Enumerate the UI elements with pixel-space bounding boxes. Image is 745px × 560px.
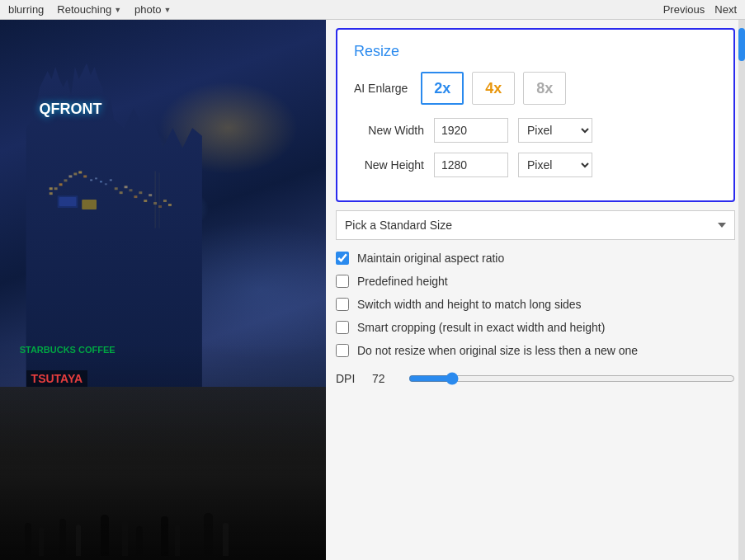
- city-photo: QFRONT TSUTAYA STARBUCKS COFFEE: [0, 20, 326, 560]
- svg-rect-28: [82, 200, 97, 209]
- svg-rect-18: [124, 186, 127, 188]
- svg-rect-19: [129, 189, 132, 191]
- enlarge-8x-button[interactable]: 8x: [523, 72, 566, 105]
- person: [204, 513, 213, 556]
- no-resize-row: Do not resize when original size is less…: [336, 344, 735, 357]
- svg-rect-7: [78, 171, 82, 173]
- smart-crop-checkbox[interactable]: [336, 321, 349, 334]
- svg-rect-13: [109, 179, 111, 181]
- resize-box: Resize AI Enlarge 2x 4x 8x New Width Pix…: [336, 28, 735, 202]
- svg-rect-25: [158, 205, 162, 207]
- svg-rect-11: [99, 181, 101, 182]
- person: [76, 525, 81, 556]
- person: [39, 527, 44, 556]
- aspect-ratio-checkbox[interactable]: [336, 252, 349, 265]
- dpi-slider-wrap: [408, 370, 735, 387]
- photo-dropdown[interactable]: photo: [134, 3, 171, 16]
- aspect-ratio-row: Maintain original aspect ratio: [336, 252, 735, 265]
- height-label: New Height: [354, 158, 424, 172]
- main-content: QFRONT TSUTAYA STARBUCKS COFFEE Resize A…: [0, 20, 745, 560]
- svg-rect-2: [49, 192, 52, 195]
- no-resize-label: Do not resize when original size is less…: [357, 344, 638, 357]
- standard-size-select[interactable]: Pick a Standard Size: [336, 210, 735, 240]
- window-lights: [33, 74, 196, 398]
- person: [161, 516, 168, 556]
- svg-rect-10: [95, 177, 97, 179]
- svg-rect-15: [59, 197, 76, 206]
- person: [59, 519, 66, 556]
- blurring-label[interactable]: blurring: [8, 3, 44, 16]
- enlarge-4x-button[interactable]: 4x: [472, 72, 515, 105]
- svg-rect-26: [163, 200, 167, 202]
- svg-rect-9: [90, 179, 92, 181]
- height-unit-select[interactable]: Pixel Percent cm mm inch: [518, 153, 592, 177]
- smart-crop-label: Smart cropping (result in exact width an…: [357, 321, 605, 334]
- person: [25, 523, 31, 556]
- ai-enlarge-row: AI Enlarge 2x 4x 8x: [354, 72, 717, 105]
- predefined-height-checkbox[interactable]: [336, 275, 349, 288]
- width-label: New Width: [354, 124, 424, 137]
- svg-rect-8: [83, 175, 87, 177]
- retouching-dropdown[interactable]: Retouching: [57, 3, 121, 16]
- width-row: New Width Pixel Percent cm mm inch: [354, 118, 717, 143]
- dpi-row: DPI 72: [326, 360, 745, 387]
- ai-enlarge-label: AI Enlarge: [354, 82, 408, 95]
- svg-rect-5: [68, 175, 72, 177]
- predefined-height-row: Predefined height: [336, 275, 735, 288]
- starbucks-sign: STARBUCKS COFFEE: [20, 345, 116, 355]
- svg-rect-4: [64, 179, 67, 181]
- enlarge-2x-button[interactable]: 2x: [421, 72, 464, 105]
- street-reflection: [0, 387, 326, 456]
- standard-size-row: Pick a Standard Size: [336, 210, 735, 240]
- top-bar: blurring Retouching photo Previous Next: [0, 0, 745, 20]
- svg-rect-17: [119, 191, 122, 194]
- person: [122, 521, 128, 556]
- pedestrians: [17, 435, 310, 556]
- height-input[interactable]: [434, 153, 508, 177]
- tsutaya-sign: TSUTAYA: [26, 370, 88, 387]
- person: [175, 525, 180, 556]
- qfront-sign: QFRONT: [39, 101, 101, 118]
- street: [0, 387, 326, 560]
- scrollbar-thumb[interactable]: [738, 28, 745, 61]
- svg-rect-22: [144, 200, 147, 202]
- svg-rect-20: [134, 195, 137, 198]
- right-panel: Resize AI Enlarge 2x 4x 8x New Width Pix…: [326, 20, 745, 560]
- aspect-ratio-label: Maintain original aspect ratio: [357, 252, 504, 265]
- width-input[interactable]: [434, 118, 508, 143]
- nav-buttons: Previous Next: [663, 3, 737, 16]
- width-unit-select[interactable]: Pixel Percent cm mm inch: [518, 118, 592, 143]
- svg-rect-1: [54, 187, 57, 190]
- dpi-label: DPI: [336, 372, 361, 385]
- switch-dimensions-checkbox[interactable]: [336, 298, 349, 311]
- svg-rect-21: [139, 191, 142, 194]
- retouching-label: Retouching: [57, 3, 111, 16]
- dpi-slider[interactable]: [408, 372, 735, 385]
- photo-area: QFRONT TSUTAYA STARBUCKS COFFEE: [0, 20, 326, 560]
- dpi-value: 72: [372, 372, 397, 385]
- svg-rect-3: [59, 183, 62, 186]
- svg-rect-16: [114, 187, 117, 190]
- svg-rect-23: [149, 194, 152, 196]
- smart-crop-row: Smart cropping (result in exact width an…: [336, 321, 735, 334]
- svg-rect-12: [104, 183, 106, 185]
- person: [101, 515, 109, 556]
- checkbox-section: Maintain original aspect ratio Predefine…: [326, 248, 745, 360]
- svg-rect-0: [49, 187, 52, 190]
- photo-label: photo: [134, 3, 162, 16]
- scrollbar-track: [738, 20, 745, 560]
- person: [223, 523, 229, 556]
- svg-rect-6: [73, 172, 77, 175]
- switch-dimensions-label: Switch width and height to match long si…: [357, 298, 582, 311]
- height-row: New Height Pixel Percent cm mm inch: [354, 153, 717, 177]
- switch-dimensions-row: Switch width and height to match long si…: [336, 298, 735, 311]
- svg-rect-27: [167, 204, 171, 206]
- next-button[interactable]: Next: [714, 3, 737, 16]
- no-resize-checkbox[interactable]: [336, 344, 349, 357]
- person: [136, 526, 143, 556]
- predefined-height-label: Predefined height: [357, 275, 448, 288]
- previous-button[interactable]: Previous: [663, 3, 705, 16]
- resize-title: Resize: [354, 43, 717, 60]
